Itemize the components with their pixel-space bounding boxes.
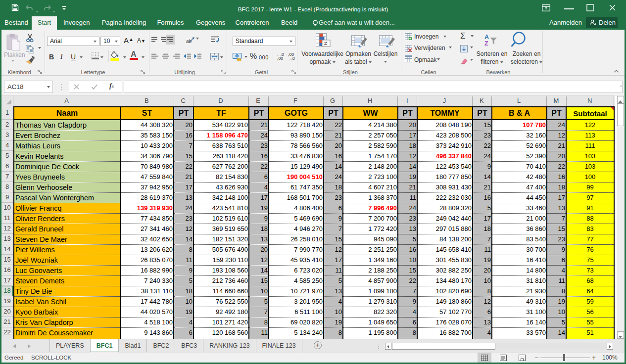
svg-text:ab: ab bbox=[186, 39, 192, 44]
svg-text:A: A bbox=[484, 34, 489, 41]
svg-text:Z: Z bbox=[484, 40, 488, 47]
svg-text:≠: ≠ bbox=[324, 40, 328, 47]
